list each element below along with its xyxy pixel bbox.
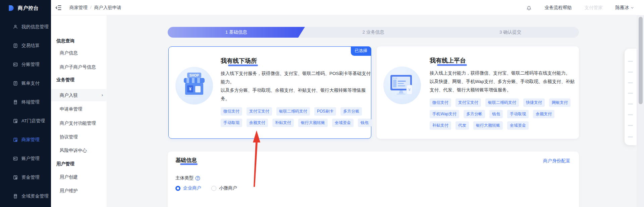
anchor-nav-panel bbox=[625, 49, 637, 145]
anchor-dash[interactable] bbox=[628, 136, 633, 137]
breadcrumb-separator: / bbox=[90, 5, 92, 11]
global-funds-icon bbox=[13, 194, 18, 199]
step-basic-info[interactable]: 1 基础信息 bbox=[168, 27, 305, 38]
sidebar-item-global-funds[interactable]: 全域资金管理 bbox=[0, 191, 51, 201]
user-menu[interactable]: 陈雁冰 bbox=[615, 5, 634, 11]
submenu-item-user-create[interactable]: 用户创建 bbox=[60, 174, 78, 180]
submenu-item-merchant-info[interactable]: 商户信息 bbox=[60, 50, 78, 56]
assistant-link[interactable]: 支付管家 bbox=[585, 5, 603, 11]
submenu-item-merchant-onboarding[interactable]: 商户入驻 › bbox=[51, 89, 107, 101]
feature-tag: 银行大额转账 bbox=[473, 121, 503, 130]
notification-bell-icon[interactable] bbox=[526, 5, 532, 11]
sidebar-item-settlement[interactable]: 交易结算 bbox=[0, 41, 51, 51]
offline-card-description: 接入线下支付服务，获得微信、支付宝、银联二维码、POS刷卡等基础支付能力。 以及… bbox=[221, 69, 372, 103]
submenu-item-sub-merchant-info[interactable]: 商户子商户号信息 bbox=[60, 64, 96, 70]
anchor-dash[interactable] bbox=[628, 114, 633, 115]
anchor-dash[interactable] bbox=[628, 104, 633, 105]
storefront-icon: SHOP ¥ bbox=[179, 71, 209, 101]
submenu-item-agreement-mgmt[interactable]: 协议管理 bbox=[60, 134, 78, 140]
feature-tag: POS刷卡 bbox=[314, 107, 336, 116]
bill-icon bbox=[13, 81, 18, 86]
help-question-icon[interactable] bbox=[195, 176, 200, 181]
anchor-dash[interactable] bbox=[628, 93, 633, 94]
breadcrumb-current: 商户入驻申请 bbox=[94, 5, 121, 11]
feature-tag: 代发 bbox=[455, 121, 469, 130]
feature-tag: 微信支付 bbox=[221, 107, 242, 116]
feature-tag: 银行大额转账 bbox=[298, 119, 328, 127]
offline-feature-tags: 微信支付支付宝支付银联二维码支付POS刷卡多方分账手动取现余额支付补贴支付银行大… bbox=[221, 107, 372, 127]
feature-tag: 银联二维码支付 bbox=[276, 107, 310, 116]
wizard-stepper: 1 基础信息 2 业务信息 3 确认提交 bbox=[168, 27, 579, 38]
storefront-illustration: SHOP ¥ bbox=[175, 67, 213, 105]
chevron-down-icon bbox=[631, 6, 634, 9]
account-doc-icon bbox=[13, 156, 18, 161]
radio-selected-icon bbox=[175, 186, 180, 191]
offline-venue-card[interactable]: 已选择 SHOP ¥ 我有线下场所 接入线下支付服务，获得微信、支付宝、银联二维… bbox=[168, 46, 371, 139]
sidebar-item-terminal[interactable]: 终端管理 bbox=[0, 97, 51, 107]
feature-tag: 手动取现 bbox=[507, 110, 529, 118]
brand-logo-icon bbox=[7, 4, 15, 12]
feature-tag: 全域资金 bbox=[507, 121, 529, 130]
submenu-group-info-query: 信息查询 bbox=[56, 38, 74, 44]
submenu-group-user-mgmt: 用户管理 bbox=[56, 161, 74, 167]
collapse-sidebar-icon[interactable] bbox=[55, 4, 62, 11]
submenu-item-application-mgmt[interactable]: 申请单管理 bbox=[60, 106, 83, 112]
selected-badge: 已选择 bbox=[351, 46, 372, 56]
sidebar-item-merchant-mgmt[interactable]: 商家管理 bbox=[0, 135, 51, 145]
anchor-dash[interactable] bbox=[628, 61, 633, 62]
online-platform-card[interactable]: ¥ 我有线上平台 接入线上支付能力，获得微信、支付宝、银联二维码等在线支付能力。… bbox=[377, 46, 579, 139]
scrollbar-thumb[interactable] bbox=[639, 17, 643, 104]
feature-tag: 补贴支付 bbox=[272, 119, 294, 127]
breadcrumb-section[interactable]: 商家管理 bbox=[69, 5, 88, 11]
feature-tag: 手动取现 bbox=[221, 119, 242, 127]
feature-tag: 支付宝支付 bbox=[455, 98, 481, 107]
online-feature-tags: 微信支付支付宝支付银联二维码支付快捷支付网银支付手机Wap支付多方分帐钱包手动取… bbox=[430, 98, 576, 130]
sidebar-item-split-account[interactable]: 分账管理 bbox=[0, 59, 51, 70]
submenu-item-user-maintain[interactable]: 用户维护 bbox=[60, 188, 78, 194]
subject-type-label: 主体类型 bbox=[175, 175, 200, 181]
merchant-identity-config-link[interactable]: 商户身份配置 bbox=[543, 158, 570, 164]
feature-tag: 钱包 bbox=[489, 110, 503, 118]
secondary-sidebar: 信息查询 商户信息 商户子商户号信息 业务管理 商户入驻 › 申请单管理 商户支… bbox=[51, 15, 107, 207]
step-business-info[interactable]: 2 业务信息 bbox=[305, 27, 442, 38]
feature-tag: 多方分帐 bbox=[464, 110, 485, 118]
sidebar-item-my-info[interactable]: 我的信息管理 bbox=[0, 22, 51, 32]
submenu-item-payment-function[interactable]: 商户支付功能管理 bbox=[60, 120, 96, 126]
sidebar-item-funds-mgmt[interactable]: 资金管理 bbox=[0, 172, 51, 182]
anchor-dash[interactable] bbox=[628, 72, 633, 73]
primary-sidebar: 商户控台 我的信息管理 交易结算 分账管理 账单支付 终端管理 AT门店管理 bbox=[0, 0, 51, 207]
sidebar-item-bill-pay[interactable]: 账单支付 bbox=[0, 78, 51, 88]
feature-tag: 手机Wap支付 bbox=[430, 110, 459, 118]
top-header: 商家管理 / 商户入驻申请 业务流程帮助 支付管家 陈雁冰 bbox=[51, 0, 644, 15]
feature-tag: 余额支付 bbox=[533, 110, 554, 118]
anchor-dash[interactable] bbox=[628, 125, 633, 126]
subject-type-radio-group: 企业商户 小微商户 bbox=[175, 185, 237, 191]
brand-logo[interactable]: 商户控台 bbox=[7, 4, 39, 12]
offline-card-title: 我有线下场所 bbox=[221, 57, 257, 65]
monitor-icon: ¥ bbox=[387, 70, 417, 100]
basic-info-panel: 基础信息 商户身份配置 主体类型 企业商户 小微商户 bbox=[168, 152, 579, 207]
sidebar-item-at-store[interactable]: AT门店管理 bbox=[0, 116, 51, 126]
radio-enterprise-merchant[interactable]: 企业商户 bbox=[175, 185, 201, 191]
feature-tag: 补贴支付 bbox=[430, 121, 451, 130]
svg-text:¥: ¥ bbox=[189, 87, 192, 91]
feature-tag: 全域资金 bbox=[332, 119, 354, 127]
terminal-icon bbox=[13, 99, 18, 105]
radio-micro-merchant[interactable]: 小微商户 bbox=[211, 185, 237, 191]
store-audit-icon bbox=[13, 118, 18, 124]
radio-unselected-icon bbox=[211, 186, 216, 191]
feature-tag: 钱包 bbox=[358, 119, 371, 127]
svg-text:¥: ¥ bbox=[408, 88, 411, 92]
header-actions: 业务流程帮助 支付管家 陈雁冰 bbox=[526, 0, 634, 15]
online-card-description: 接入线上支付能力，获得微信、支付宝、银联二维码等在线支付能力。 以及快捷、网银、… bbox=[430, 69, 576, 94]
merchant-icon bbox=[13, 137, 18, 142]
feature-tag: 银联二维码支付 bbox=[485, 98, 519, 107]
feature-tag: 多方分账 bbox=[340, 107, 362, 116]
sidebar-item-account-mgmt[interactable]: 账户管理 bbox=[0, 154, 51, 164]
merchant-console-app: 商户控台 我的信息管理 交易结算 分账管理 账单支付 终端管理 AT门店管理 bbox=[0, 0, 644, 207]
submenu-item-risk-appeal[interactable]: 风险申诉中心 bbox=[60, 148, 87, 154]
svg-text:SHOP: SHOP bbox=[190, 74, 199, 77]
help-link[interactable]: 业务流程帮助 bbox=[545, 5, 572, 11]
step-confirm-submit[interactable]: 3 确认提交 bbox=[442, 27, 579, 38]
anchor-dash[interactable] bbox=[628, 82, 633, 83]
